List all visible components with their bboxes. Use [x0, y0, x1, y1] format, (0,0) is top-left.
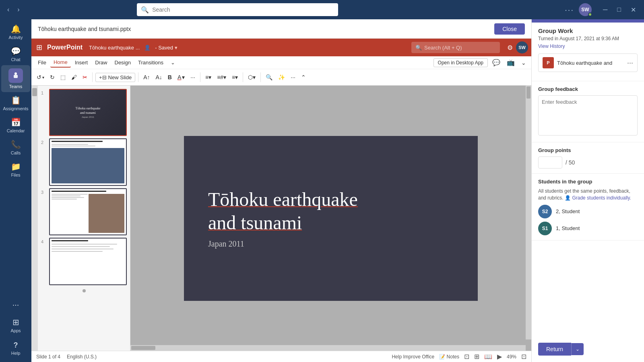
- ppt-search-input[interactable]: [424, 45, 496, 51]
- redo-button[interactable]: ↻: [48, 72, 57, 82]
- format-painter-button[interactable]: 🖌: [69, 72, 79, 82]
- search-bar[interactable]: 🔍: [137, 3, 338, 16]
- minimize-button[interactable]: ─: [600, 4, 611, 15]
- zoom-level: 49%: [507, 354, 516, 360]
- font-color-button[interactable]: A▾: [175, 72, 187, 82]
- content-area: Tōhoku earthquake and tsunami.pptx Close…: [31, 19, 531, 362]
- menu-home[interactable]: Home: [50, 58, 71, 68]
- slide-thumb-1[interactable]: 1 Tōhoku earthquakeand tsunami Japan 201…: [41, 89, 127, 136]
- canvas-scrollbar-h[interactable]: [130, 345, 526, 351]
- menu-transitions[interactable]: Transitions: [135, 58, 167, 67]
- sidebar-item-files[interactable]: 📁 Files: [1, 158, 30, 181]
- apps-icon: ⊞: [12, 317, 19, 327]
- ppt-container: ⊞ PowerPoint Tōhoku earthquake ... 👤 - S…: [31, 39, 531, 362]
- slide-panel-scrollbar[interactable]: [41, 289, 127, 292]
- more-options-button[interactable]: ···: [565, 5, 574, 14]
- menu-design[interactable]: Design: [111, 58, 134, 67]
- search-input[interactable]: [152, 6, 334, 13]
- slide-sorter-button[interactable]: ⊞: [474, 353, 479, 360]
- bullets-button[interactable]: ≡▾: [203, 72, 213, 82]
- sidebar-item-more[interactable]: ···: [1, 297, 30, 313]
- group-work-title: Group Work: [538, 27, 638, 34]
- grade-individually-link[interactable]: Grade students individually.: [572, 195, 631, 201]
- sidebar-item-calls[interactable]: 📞 Calls: [1, 136, 30, 158]
- ppt-file-name: Tōhoku earthquake ... 👤 - Saved ▾: [89, 45, 408, 51]
- sidebar-item-teams[interactable]: Teams: [1, 65, 30, 92]
- new-slide-icon: +⊟: [99, 74, 107, 80]
- ppt-settings-icon[interactable]: ⚙: [507, 44, 513, 51]
- font-size-up-button[interactable]: A↑: [141, 72, 152, 82]
- feedback-section: Group feedback: [532, 81, 644, 142]
- slide-canvas-area[interactable]: Tōhoku earthquakeand tsunami Japan 2011: [130, 86, 531, 351]
- help-improve-text[interactable]: Help Improve Office: [392, 354, 434, 360]
- menu-draw[interactable]: Draw: [92, 58, 110, 67]
- points-input[interactable]: [538, 156, 562, 169]
- align-button[interactable]: ≡▾: [230, 72, 240, 82]
- right-panel: Group Work Turned in August 17, 2021 at …: [531, 19, 644, 362]
- sidebar-item-activity[interactable]: 🔔 Activity: [1, 21, 30, 43]
- return-chevron-button[interactable]: ⌄: [571, 343, 584, 355]
- file-more-button[interactable]: ···: [627, 59, 633, 67]
- chat-icon: 💬: [11, 46, 21, 56]
- maximize-button[interactable]: □: [614, 4, 624, 15]
- window-controls: ─ □ ✕: [600, 4, 639, 15]
- canvas-scrollbar-v[interactable]: [526, 86, 531, 339]
- normal-view-button[interactable]: ⊡: [464, 353, 469, 360]
- ppt-menu-bar: File Home Insert Draw Design Transitions…: [31, 56, 531, 69]
- menu-more-chevron[interactable]: ⌄: [167, 58, 178, 67]
- waffle-icon[interactable]: ⊞: [35, 41, 44, 53]
- assignments-icon: 📋: [11, 95, 21, 105]
- slide-preview-1: Tōhoku earthquakeand tsunami Japan 2011: [50, 90, 126, 135]
- notes-button[interactable]: 📝 Notes: [439, 354, 459, 360]
- close-file-button[interactable]: Close: [494, 23, 525, 35]
- sidebar-item-apps[interactable]: ⊞ Apps: [1, 314, 30, 336]
- slide-thumb-3[interactable]: 3: [41, 188, 127, 235]
- ppt-status-bar: Slide 1 of 4 English (U.S.) Help Improve…: [31, 351, 531, 362]
- comment-button[interactable]: 💬: [490, 57, 502, 68]
- nav-forward-button[interactable]: ›: [15, 4, 22, 15]
- feedback-label: Group feedback: [538, 86, 638, 92]
- feedback-textarea[interactable]: [538, 95, 638, 136]
- undo-button[interactable]: ↺▾: [35, 72, 46, 82]
- zoom-fit-button[interactable]: ⊡: [521, 353, 526, 360]
- avatar[interactable]: SW: [579, 3, 592, 16]
- student-name-s2: 2, Student: [556, 208, 580, 214]
- present-chevron[interactable]: ⌄: [519, 58, 528, 68]
- present-view-button[interactable]: ▶: [497, 353, 502, 360]
- sidebar-item-assignments[interactable]: 📋 Assignments: [1, 92, 30, 114]
- bold-button[interactable]: B: [166, 72, 174, 82]
- sidebar-item-calendar[interactable]: 📅 Calendar: [1, 114, 30, 136]
- ppt-avatar[interactable]: SW: [516, 41, 528, 53]
- numbered-list-button[interactable]: ≡#▾: [215, 72, 228, 82]
- view-history-link[interactable]: View History: [538, 43, 565, 49]
- slide-thumb-4[interactable]: 4: [41, 238, 127, 285]
- reading-view-button[interactable]: 📖: [484, 353, 492, 360]
- font-size-down-button[interactable]: A↓: [153, 72, 164, 82]
- more-toolbar-button[interactable]: ···: [188, 72, 197, 82]
- copy-button[interactable]: ⬚: [58, 72, 68, 82]
- more-toolbar2-button[interactable]: ···: [289, 72, 297, 82]
- sidebar-item-chat[interactable]: 💬 Chat: [1, 43, 30, 65]
- activity-icon: 🔔: [11, 24, 21, 34]
- slide-thumb-2[interactable]: 2: [41, 138, 127, 185]
- return-button[interactable]: Return: [538, 343, 571, 356]
- ribbon-collapse-button[interactable]: ⌃: [299, 72, 308, 82]
- file-attachment[interactable]: P Tōhoku earthquake and ···: [538, 53, 638, 72]
- sidebar-item-help[interactable]: ? Help: [1, 338, 30, 359]
- shapes-button[interactable]: ⬡▾: [246, 72, 258, 82]
- vertical-scrollbar-top[interactable]: [31, 86, 38, 351]
- new-slide-button[interactable]: +⊟ New Slide: [95, 73, 135, 82]
- design-ideas-button[interactable]: ✨: [276, 72, 287, 82]
- open-desktop-button[interactable]: Open in Desktop App: [433, 58, 488, 67]
- menu-insert[interactable]: Insert: [72, 58, 91, 67]
- find-button[interactable]: 🔍: [264, 72, 275, 82]
- close-button[interactable]: ✕: [627, 4, 639, 15]
- menu-file[interactable]: File: [35, 58, 50, 67]
- student-avatar-s2: S2: [538, 205, 552, 218]
- ppt-search-bar[interactable]: 🔍: [411, 42, 500, 53]
- points-section: Group points / 50: [532, 142, 644, 174]
- nav-back-button[interactable]: ‹: [5, 4, 12, 15]
- toolbar-sep-4: [243, 72, 243, 82]
- present-button[interactable]: 📺: [505, 57, 517, 68]
- cut-button[interactable]: ✂: [80, 72, 89, 82]
